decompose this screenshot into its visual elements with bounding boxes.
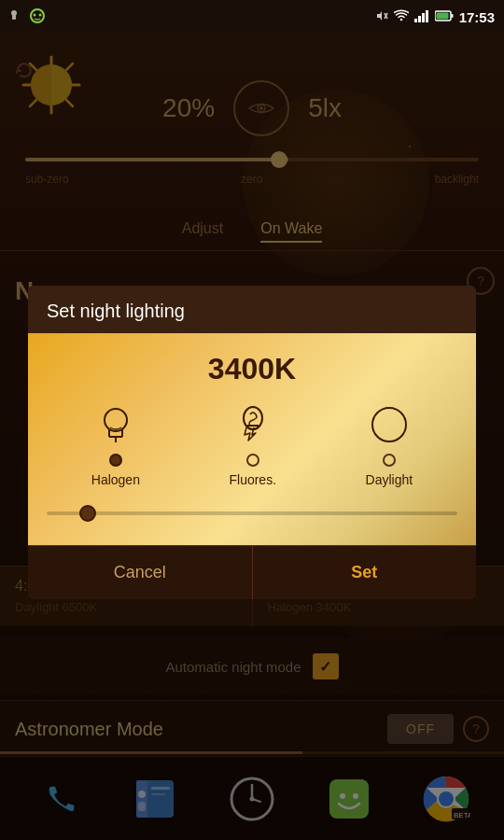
- wifi-icon: [394, 9, 409, 25]
- color-temp-slider[interactable]: [47, 504, 457, 523]
- svg-rect-13: [436, 13, 448, 20]
- color-slider-track: [47, 511, 457, 515]
- set-button[interactable]: Set: [253, 546, 477, 599]
- svg-rect-1: [12, 15, 16, 20]
- status-bar: 17:53: [0, 0, 504, 34]
- app-icon: [30, 8, 45, 26]
- fluores-label: Fluores.: [229, 472, 276, 487]
- set-night-lighting-dialog: Set night lighting 3400K Halogen: [28, 286, 476, 599]
- mute-icon: [375, 9, 388, 25]
- main-background: 20% 5lx sub-zero zero backlight Adj: [0, 34, 504, 840]
- svg-point-25: [105, 409, 127, 431]
- daylight-label: Daylight: [366, 472, 413, 487]
- daylight-icon: [366, 401, 413, 448]
- fluores-radio[interactable]: [246, 454, 259, 467]
- color-temp-value: 3400K: [208, 352, 296, 386]
- svg-rect-8: [418, 16, 421, 22]
- svg-point-2: [31, 9, 44, 22]
- svg-point-3: [34, 13, 36, 16]
- daylight-option[interactable]: Daylight: [366, 401, 413, 487]
- svg-rect-9: [422, 13, 425, 22]
- signal-icon: [414, 9, 429, 25]
- svg-point-4: [39, 13, 42, 16]
- color-slider-thumb[interactable]: [79, 505, 96, 522]
- status-right-icons: 17:53: [375, 9, 495, 25]
- halogen-label: Halogen: [91, 472, 140, 487]
- notification-icon: [9, 8, 24, 26]
- dialog-buttons: Cancel Set: [28, 545, 476, 599]
- svg-rect-10: [426, 10, 428, 22]
- cancel-button[interactable]: Cancel: [28, 546, 253, 599]
- daylight-radio[interactable]: [383, 454, 396, 467]
- dialog-title: Set night lighting: [28, 286, 476, 333]
- status-left-icons: [9, 8, 45, 26]
- color-picker: 3400K Halogen: [28, 333, 476, 545]
- halogen-radio[interactable]: [109, 454, 122, 467]
- battery-icon: [435, 9, 454, 24]
- halogen-icon: [92, 401, 139, 448]
- svg-point-32: [372, 408, 406, 441]
- halogen-option[interactable]: Halogen: [91, 401, 140, 487]
- svg-rect-12: [451, 14, 453, 18]
- svg-rect-7: [414, 19, 417, 22]
- fluores-option[interactable]: Fluores.: [229, 401, 276, 487]
- fluores-icon: [230, 401, 276, 448]
- time-display: 17:53: [459, 9, 495, 25]
- light-icons-row: Halogen Fluores.: [47, 401, 457, 487]
